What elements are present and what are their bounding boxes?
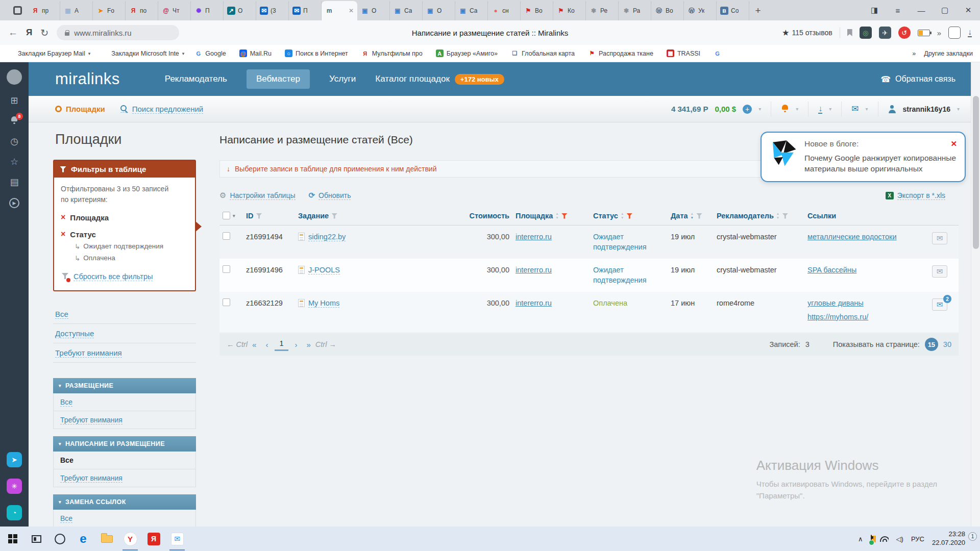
sort-icon[interactable]: ▲▼ xyxy=(691,212,694,219)
edge-button[interactable]: e xyxy=(71,527,95,551)
browser-tab[interactable]: ✉ (3 xyxy=(256,1,289,20)
sort-icon[interactable]: ▲▼ xyxy=(776,212,779,219)
next-page-button[interactable]: › xyxy=(295,340,298,349)
sort-icon[interactable]: ▲▼ xyxy=(555,212,558,219)
browser-tab[interactable]: ⚑ Во xyxy=(521,1,553,20)
scrollbar[interactable] xyxy=(971,62,980,527)
section-item[interactable]: Все xyxy=(53,393,196,411)
downloads-icon[interactable]: ↓ xyxy=(818,105,822,114)
messages-button[interactable]: ✉ xyxy=(932,265,947,278)
messages-icon[interactable]: ✉ xyxy=(851,104,859,114)
section-item[interactable]: Все xyxy=(53,510,196,527)
url-field[interactable]: www.miralinks.ru xyxy=(57,25,179,40)
chevron-down-icon[interactable]: ▾ xyxy=(233,213,235,218)
browser-tab[interactable]: ➤ Fo xyxy=(93,1,126,20)
clock[interactable]: 23:2822.07.2020 xyxy=(932,530,965,547)
chevron-down-icon[interactable]: ▾ xyxy=(796,106,798,112)
bookmark-item[interactable]: G xyxy=(714,49,727,57)
section-header[interactable]: ▾РАЗМЕЩЕНИЕ xyxy=(53,378,196,393)
start-button[interactable] xyxy=(1,527,24,551)
current-page[interactable]: 1 xyxy=(275,338,288,351)
browser-tab[interactable]: ● сн xyxy=(488,1,521,20)
platform-link[interactable]: intererro.ru xyxy=(516,299,552,307)
telegram-icon[interactable]: ➤ xyxy=(7,452,22,467)
table-settings-link[interactable]: ⚙Настройки таблицы xyxy=(219,191,296,200)
new-tab-button[interactable]: + xyxy=(749,1,767,20)
section-item[interactable]: Требуют внимания xyxy=(53,411,196,429)
bookmark-item[interactable]: Я Мультфильм про xyxy=(361,49,426,57)
popup-link[interactable]: Почему Google ранжирует копированные мат… xyxy=(804,153,957,174)
sidebar-link[interactable]: Все xyxy=(53,305,196,324)
site-reviews[interactable]: ★115 отзывов xyxy=(782,29,832,37)
task-link[interactable]: J-POOLS xyxy=(308,266,340,274)
bookmark-item[interactable]: ▦ TRASSI xyxy=(667,49,703,57)
filter-icon[interactable] xyxy=(782,213,788,219)
browser-tab[interactable]: ↗ О xyxy=(224,1,256,20)
extension-rocket-icon[interactable]: ✈ xyxy=(879,27,891,39)
nav-catalog[interactable]: Каталог площадок+172 новых xyxy=(375,74,504,85)
chevron-down-icon[interactable]: ▾ xyxy=(957,106,960,112)
first-page-button[interactable]: « xyxy=(252,340,256,349)
collections-icon[interactable] xyxy=(948,27,961,39)
platform-link[interactable]: intererro.ru xyxy=(516,266,552,274)
notifications-bell-icon[interactable]: 8 xyxy=(10,116,18,126)
task-link[interactable]: My Homs xyxy=(308,299,339,308)
tab-close-icon[interactable]: ✕ xyxy=(349,7,354,14)
sidebar-link[interactable]: Требуют внимания xyxy=(53,343,196,363)
yandex-app-button[interactable]: Я xyxy=(142,527,165,551)
task-view-button[interactable] xyxy=(24,527,48,551)
bookmark-icon[interactable] xyxy=(847,29,852,36)
bookmark-item[interactable]: ○ Поиск в Интернет xyxy=(285,49,351,57)
filter-icon[interactable] xyxy=(696,213,702,219)
browser-tab[interactable]: ✾ Ре xyxy=(586,1,619,20)
messages-button[interactable]: ✉2 xyxy=(932,298,947,311)
favorites-icon[interactable]: ☆ xyxy=(10,157,18,166)
browser-tab[interactable]: Ⓦ Ук xyxy=(684,1,717,20)
browser-tab[interactable]: ▣ Са xyxy=(455,1,488,20)
yandex-home-button[interactable]: Я xyxy=(26,28,32,38)
balance-rub[interactable]: 4 341,69 Р xyxy=(671,105,708,113)
refresh-link[interactable]: ⟳Обновить xyxy=(309,191,351,200)
other-bookmarks[interactable]: Другие закладки xyxy=(924,50,973,57)
cortana-button[interactable] xyxy=(48,527,71,551)
services-grid-icon[interactable]: ⊞ xyxy=(10,96,18,105)
browser-tab[interactable]: ⚑ Ко xyxy=(553,1,586,20)
section-header[interactable]: ▾НАПИСАНИЕ И РАЗМЕЩЕНИЕ xyxy=(53,436,196,452)
hidden-icons-button[interactable]: ∧ xyxy=(858,535,863,543)
app-icon[interactable]: ◔ xyxy=(7,505,22,520)
feed-icon[interactable]: ▤ xyxy=(10,178,18,187)
bookmark-item[interactable]: ❏ Глобальная карта xyxy=(511,49,578,57)
anchor-link[interactable]: металлические водостоки xyxy=(807,232,897,242)
alerts-bell-icon[interactable] xyxy=(781,105,789,114)
browser-tab[interactable]: Ⓦ Во xyxy=(651,1,684,20)
section-header[interactable]: ▾ЗАМЕНА ССЫЛОК xyxy=(53,494,196,510)
nav-advertiser[interactable]: Рекламодатель xyxy=(165,74,227,84)
per-page-15[interactable]: 15 xyxy=(925,338,938,351)
bookmark-item[interactable]: Закладки Браузер Mail ▾ xyxy=(7,49,90,57)
browser-tab[interactable]: ▦ А xyxy=(60,1,93,20)
chevron-down-icon[interactable]: ▾ xyxy=(866,106,868,112)
back-button[interactable]: ← xyxy=(8,27,18,38)
bookmark-item[interactable]: ⚑ Распродажа ткане xyxy=(588,49,656,57)
feedback-link[interactable]: ☎Обратная связь xyxy=(880,74,955,84)
username[interactable]: strannik16y16 xyxy=(903,105,950,113)
chevron-down-icon[interactable]: ▾ xyxy=(758,106,761,112)
platform-link[interactable]: intererro.ru xyxy=(516,233,552,241)
wifi-icon[interactable] xyxy=(879,536,889,542)
prev-page-button[interactable]: ‹ xyxy=(265,340,268,349)
bookmark-item[interactable]: А Браузер «Амиго» xyxy=(436,49,501,57)
minimize-button[interactable]: — xyxy=(910,6,933,15)
browser-tab[interactable]: m ✕ xyxy=(322,1,357,20)
sidebar-toggle-icon[interactable]: ◨ xyxy=(863,6,886,15)
row-checkbox[interactable] xyxy=(223,298,230,306)
extension-battery-icon[interactable] xyxy=(918,30,930,36)
row-checkbox[interactable] xyxy=(223,232,230,240)
anchor-link[interactable]: https://myhoms.ru/ xyxy=(807,312,868,322)
browser-tab[interactable]: Я пр xyxy=(28,1,60,20)
extension-sync-icon[interactable]: ↺ xyxy=(898,27,911,39)
export-xls-link[interactable]: Экспорт в *.xls xyxy=(886,191,945,200)
profile-avatar[interactable] xyxy=(7,69,22,85)
sort-icon[interactable]: ▲▼ xyxy=(621,212,624,219)
browser-tab[interactable]: ▣ О xyxy=(423,1,455,20)
bookmark-item[interactable]: Закладки Microsoft Inte ▾ xyxy=(101,49,184,57)
